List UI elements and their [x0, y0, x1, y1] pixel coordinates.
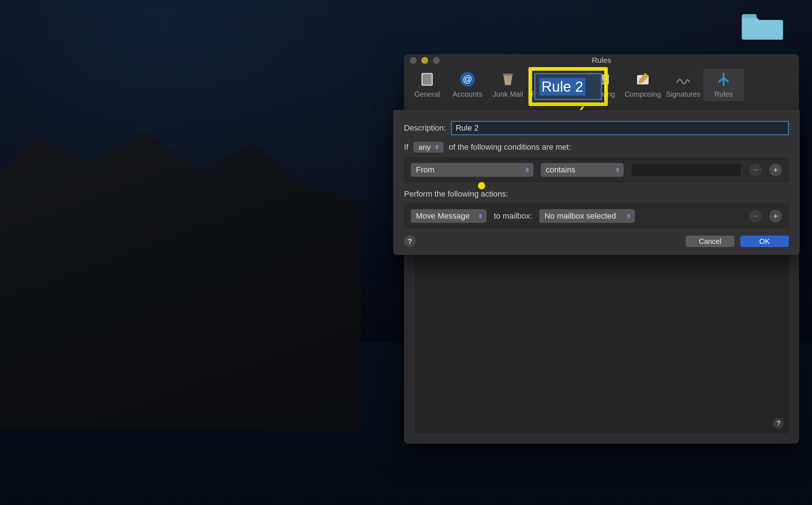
ok-button[interactable]: OK — [740, 236, 789, 247]
chevron-updown-icon — [477, 209, 484, 223]
cancel-label: Cancel — [699, 237, 721, 246]
description-row: Description: — [404, 121, 789, 135]
tab-label: Fonts & Colors — [531, 90, 579, 98]
annotation-endpoint-dot — [478, 182, 485, 189]
tab-label: Signatures — [666, 90, 701, 98]
tab-rules[interactable]: Rules — [703, 69, 744, 101]
close-window-button[interactable] — [410, 57, 417, 64]
condition-row: From contains − + — [404, 158, 789, 182]
actions-label: Perform the following actions: — [404, 189, 789, 199]
tab-composing[interactable]: Composing — [623, 69, 663, 101]
tab-label: Composing — [624, 90, 661, 98]
chevron-updown-icon — [626, 209, 632, 223]
font-icon: A — [547, 71, 564, 88]
photo-icon — [594, 71, 611, 88]
remove-action-button[interactable]: − — [749, 210, 762, 223]
condition-field-value: From — [416, 165, 524, 175]
pencil-note-icon — [634, 71, 651, 88]
to-mailbox-label: to mailbox: — [494, 211, 532, 221]
quantifier-value: any — [418, 143, 431, 152]
condition-operator-value: contains — [546, 165, 614, 175]
help-button[interactable]: ? — [773, 417, 784, 429]
svg-rect-1 — [423, 74, 431, 84]
condition-header-row: If any of the following conditions are m… — [404, 142, 789, 153]
if-label: If — [404, 142, 408, 152]
svg-text:A: A — [551, 73, 559, 85]
chevron-updown-icon — [434, 142, 440, 153]
rule-editor-sheet: Description: If any of the following con… — [393, 110, 800, 255]
preferences-toolbar: General @ Accounts Junk Mail A Fonts & C… — [404, 66, 799, 102]
condition-value-input[interactable] — [631, 163, 742, 177]
sheet-footer: ? Cancel OK — [404, 236, 789, 247]
if-suffix: of the following conditions are met: — [449, 142, 571, 152]
description-label: Description: — [404, 123, 446, 133]
ok-label: OK — [759, 237, 770, 246]
mailbox-value: No mailbox selected — [544, 211, 626, 221]
mailbox-select[interactable]: No mailbox selected — [539, 209, 635, 223]
desktop-folder-icon[interactable] — [742, 11, 783, 40]
titlebar: Rules — [404, 54, 799, 66]
svg-text:@: @ — [463, 74, 472, 84]
tab-junk-mail[interactable]: Junk Mail — [488, 69, 528, 101]
tab-accounts[interactable]: @ Accounts — [447, 69, 488, 101]
description-input[interactable] — [451, 121, 789, 135]
tab-signatures[interactable]: Signatures — [663, 69, 703, 101]
add-condition-button[interactable]: + — [769, 163, 782, 176]
at-sign-icon: @ — [459, 71, 476, 88]
condition-operator-select[interactable]: contains — [541, 163, 624, 177]
switches-icon — [418, 71, 436, 88]
zoom-window-button[interactable] — [433, 57, 440, 64]
add-action-button[interactable]: + — [769, 210, 782, 223]
cancel-button[interactable]: Cancel — [686, 236, 734, 247]
tab-fonts-colors[interactable]: A Fonts & Colors — [528, 69, 582, 101]
action-verb-value: Move Message — [416, 211, 477, 221]
action-row: Move Message to mailbox: No mailbox sele… — [404, 204, 789, 228]
tab-label: General — [414, 90, 440, 98]
quantifier-select[interactable]: any — [413, 142, 444, 153]
tab-label: Viewing — [590, 90, 615, 98]
tab-label: Rules — [714, 90, 733, 98]
minimize-window-button[interactable] — [421, 57, 428, 64]
signature-icon — [675, 71, 692, 88]
chevron-updown-icon — [614, 163, 621, 177]
rules-arrows-icon — [715, 71, 732, 88]
tab-label: Junk Mail — [493, 90, 523, 98]
tab-viewing[interactable]: Viewing — [582, 69, 623, 101]
sheet-help-button[interactable]: ? — [404, 236, 416, 247]
chevron-updown-icon — [524, 163, 531, 177]
remove-condition-button[interactable]: − — [749, 163, 762, 176]
condition-field-select[interactable]: From — [411, 163, 534, 177]
tab-general[interactable]: General — [407, 69, 447, 101]
action-verb-select[interactable]: Move Message — [411, 209, 487, 223]
tab-label: Accounts — [453, 90, 482, 98]
mail-preferences-window: Rules General @ Accounts Junk Mail A Fon… — [404, 54, 799, 444]
window-title: Rules — [404, 56, 799, 65]
trash-bag-icon — [499, 71, 517, 88]
window-controls — [410, 57, 440, 64]
